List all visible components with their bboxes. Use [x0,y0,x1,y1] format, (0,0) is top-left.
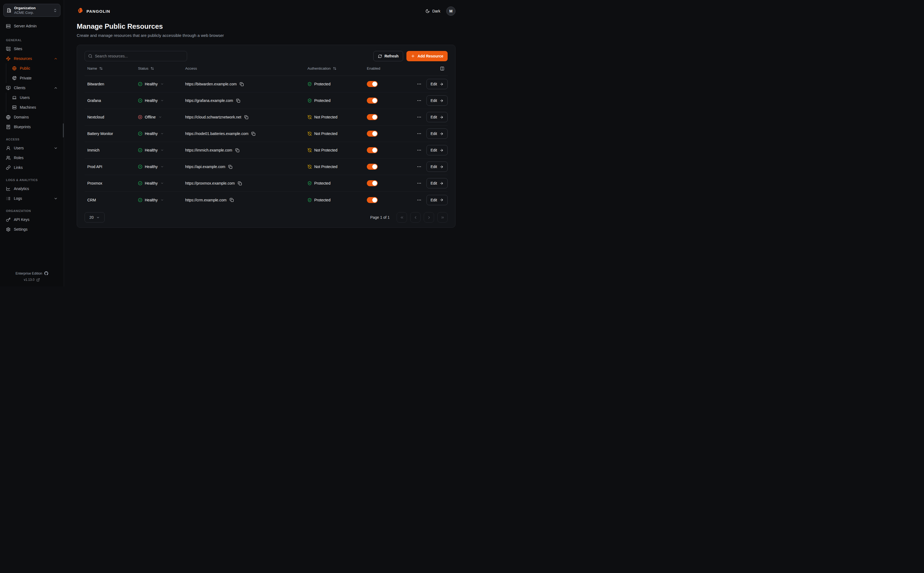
enabled-toggle[interactable] [367,131,378,136]
next-page-button[interactable] [424,212,434,222]
copy-url-button[interactable] [251,132,255,136]
copy-url-button[interactable] [244,115,248,119]
table-footer: 20 Page 1 of 1 [85,208,448,222]
copy-url-button[interactable] [230,198,234,202]
resource-url[interactable]: https://node01.batteries.example.com [185,132,248,136]
copy-url-button[interactable] [238,181,242,185]
column-header-access: Access [182,66,305,70]
search-input[interactable] [95,54,183,58]
sidebar-item-private[interactable]: Private [9,73,61,83]
status-label: Healthy [145,181,158,185]
row-menu-button[interactable] [417,115,421,119]
sidebar-item-machines[interactable]: Machines [9,102,61,112]
status-cell[interactable]: Healthy [135,99,182,103]
page-size-select[interactable]: 20 [85,212,105,222]
enabled-toggle[interactable] [367,164,378,170]
copy-url-button[interactable] [236,99,240,103]
column-visibility-button[interactable] [440,66,445,71]
status-cell[interactable]: Healthy [135,181,182,185]
sidebar-item-public[interactable]: Public [9,63,61,73]
sidebar-item-blueprints[interactable]: Blueprints [3,122,61,132]
arrow-right-icon [440,165,443,169]
sidebar-item-sites[interactable]: Sites [3,44,61,54]
resource-url[interactable]: https://immich.example.com [185,148,232,152]
edit-button[interactable]: Edit [426,128,448,139]
arrow-right-icon [440,132,443,136]
arrow-up-down-icon [150,67,154,70]
status-cell[interactable]: Healthy [135,148,182,152]
theme-toggle-button[interactable]: Dark [425,9,440,13]
status-cell[interactable]: Healthy [135,82,182,86]
sidebar-item-analytics[interactable]: Analytics [3,184,61,194]
add-resource-button[interactable]: Add Resource [406,51,448,61]
resource-name: Immich [85,148,135,152]
enabled-toggle[interactable] [367,197,378,203]
sidebar-scrollbar[interactable] [63,123,64,138]
enabled-toggle[interactable] [367,97,378,103]
status-cell[interactable]: Healthy [135,132,182,136]
enabled-toggle[interactable] [367,147,378,153]
avatar[interactable]: M [446,6,456,16]
resource-url[interactable]: https://proxmox.example.com [185,181,235,185]
sort-button-authentication[interactable] [333,67,337,70]
resource-url[interactable]: https://api.example.com [185,164,225,169]
row-menu-button[interactable] [417,148,421,153]
resource-url[interactable]: https://grafana.example.com [185,99,233,103]
arrow-right-icon [440,99,443,103]
enabled-toggle[interactable] [367,180,378,186]
sidebar-item-resources[interactable]: Resources [3,54,61,63]
sidebar-item-domains[interactable]: Domains [3,112,61,122]
status-cell[interactable]: Offline [135,115,182,119]
edit-button[interactable]: Edit [426,79,448,89]
status-cell[interactable]: Healthy [135,164,182,169]
resource-url[interactable]: https://crm.example.com [185,198,227,202]
prev-page-button[interactable] [410,212,421,222]
sidebar-item-roles[interactable]: Roles [3,153,61,163]
org-selector[interactable]: Organization ACME Corp. [3,4,61,17]
row-menu-button[interactable] [417,81,421,86]
edit-button[interactable]: Edit [426,112,448,122]
refresh-button[interactable]: Refresh [373,51,403,61]
copy-url-button[interactable] [235,148,240,152]
brand[interactable]: PANGOLIN [77,8,110,15]
row-menu-button[interactable] [417,98,421,103]
row-menu-button[interactable] [417,197,421,202]
copy-url-button[interactable] [228,165,232,169]
page-subtitle: Create and manage resources that are pub… [77,33,456,38]
sidebar-item-label: Analytics [14,186,58,191]
sidebar-item-api-keys[interactable]: API Keys [3,214,61,224]
status-cell[interactable]: Healthy [135,198,182,202]
version-link[interactable]: v1.13.0 [24,278,40,282]
column-label: Name [87,66,97,70]
auth-cell: Protected [305,99,364,103]
edition-link[interactable]: Enterprise Edition [16,271,48,276]
edit-button[interactable]: Edit [426,195,448,205]
resource-url[interactable]: https://bitwarden.example.com [185,82,237,86]
version-label: v1.13.0 [24,278,34,282]
row-menu-button[interactable] [417,164,421,169]
page-title: Manage Public Resources [77,22,456,31]
sidebar-item-settings[interactable]: Settings [3,224,61,234]
sort-button-status[interactable] [150,67,154,70]
resource-url[interactable]: https://cloud.schwartznetwork.net [185,115,241,119]
edit-button[interactable]: Edit [426,161,448,172]
row-menu-button[interactable] [417,131,421,136]
row-menu-button[interactable] [417,181,421,186]
enabled-toggle[interactable] [367,81,378,87]
sidebar-item-client-users[interactable]: Users [9,93,61,102]
first-page-button[interactable] [397,212,407,222]
sidebar-item-links[interactable]: Links [3,163,61,172]
server-icon [6,24,11,28]
copy-url-button[interactable] [240,82,244,86]
edit-button[interactable]: Edit [426,96,448,106]
sort-button-name[interactable] [99,67,103,70]
last-page-button[interactable] [437,212,448,222]
sidebar-item-users[interactable]: Users [3,143,61,153]
sidebar-item-logs[interactable]: Logs [3,194,61,203]
sidebar-item-clients[interactable]: Clients [3,83,61,93]
enabled-toggle[interactable] [367,114,378,120]
edit-button[interactable]: Edit [426,145,448,155]
sidebar-item-server-admin[interactable]: Server Admin [3,21,61,31]
status-label: Offline [145,115,156,119]
edit-button[interactable]: Edit [426,178,448,188]
